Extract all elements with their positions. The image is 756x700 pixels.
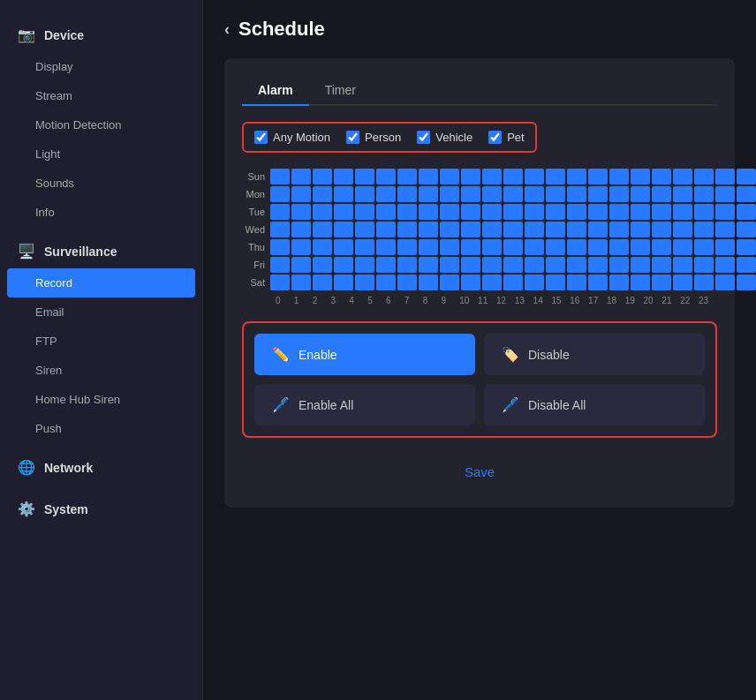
schedule-cell[interactable] xyxy=(652,239,671,255)
schedule-cell[interactable] xyxy=(376,204,396,220)
schedule-cell[interactable] xyxy=(673,186,692,202)
schedule-cell[interactable] xyxy=(715,222,735,237)
checkbox-person[interactable]: Person xyxy=(346,131,401,144)
save-button[interactable]: Save xyxy=(242,454,717,490)
schedule-cell[interactable] xyxy=(313,275,332,290)
schedule-cell[interactable] xyxy=(482,222,502,237)
schedule-cell[interactable] xyxy=(440,204,459,220)
schedule-cell[interactable] xyxy=(546,275,565,290)
schedule-cell[interactable] xyxy=(503,204,523,220)
schedule-cell[interactable] xyxy=(588,222,608,237)
schedule-cell[interactable] xyxy=(291,239,311,255)
schedule-cell[interactable] xyxy=(291,257,311,273)
schedule-cell[interactable] xyxy=(694,239,714,255)
schedule-cell[interactable] xyxy=(546,169,565,184)
schedule-cell[interactable] xyxy=(440,239,459,255)
schedule-cell[interactable] xyxy=(397,204,417,220)
schedule-cell[interactable] xyxy=(503,275,523,290)
schedule-cell[interactable] xyxy=(715,186,735,202)
schedule-cell[interactable] xyxy=(482,169,502,184)
schedule-cell[interactable] xyxy=(588,275,608,290)
schedule-cell[interactable] xyxy=(419,275,438,290)
schedule-cell[interactable] xyxy=(715,257,735,273)
schedule-cell[interactable] xyxy=(291,275,311,290)
checkbox-any-motion[interactable]: Any Motion xyxy=(254,131,330,144)
schedule-cell[interactable] xyxy=(334,222,353,237)
schedule-cell[interactable] xyxy=(313,169,332,184)
schedule-cell[interactable] xyxy=(270,186,290,202)
schedule-cell[interactable] xyxy=(503,222,523,237)
schedule-cell[interactable] xyxy=(419,186,438,202)
schedule-cell[interactable] xyxy=(546,239,565,255)
schedule-cell[interactable] xyxy=(673,239,692,255)
schedule-cell[interactable] xyxy=(567,222,586,237)
schedule-cell[interactable] xyxy=(313,186,332,202)
schedule-cell[interactable] xyxy=(546,222,565,237)
disable-button[interactable]: 🏷️ Disable xyxy=(484,334,705,375)
schedule-cell[interactable] xyxy=(334,239,353,255)
schedule-cell[interactable] xyxy=(376,169,396,184)
schedule-cell[interactable] xyxy=(715,169,735,184)
schedule-cell[interactable] xyxy=(567,186,586,202)
schedule-cell[interactable] xyxy=(270,222,290,237)
schedule-cell[interactable] xyxy=(652,222,671,237)
sidebar-item-display[interactable]: Display xyxy=(0,52,202,81)
schedule-cell[interactable] xyxy=(313,222,332,237)
schedule-cell[interactable] xyxy=(313,257,332,273)
schedule-cell[interactable] xyxy=(482,186,502,202)
schedule-cell[interactable] xyxy=(673,257,692,273)
sidebar-item-ftp[interactable]: FTP xyxy=(0,327,202,356)
schedule-cell[interactable] xyxy=(609,257,629,273)
schedule-cell[interactable] xyxy=(525,169,544,184)
sidebar-item-email[interactable]: Email xyxy=(0,297,202,327)
schedule-cell[interactable] xyxy=(440,257,459,273)
schedule-cell[interactable] xyxy=(737,222,756,237)
schedule-cell[interactable] xyxy=(694,204,714,220)
schedule-cell[interactable] xyxy=(419,204,438,220)
schedule-cell[interactable] xyxy=(461,204,480,220)
schedule-cell[interactable] xyxy=(355,257,374,273)
schedule-cell[interactable] xyxy=(631,275,650,290)
schedule-cell[interactable] xyxy=(503,186,523,202)
schedule-cell[interactable] xyxy=(609,169,629,184)
system-section-header[interactable]: ⚙️ System xyxy=(0,492,202,526)
sidebar-item-home-hub-siren[interactable]: Home Hub Siren xyxy=(0,385,202,414)
schedule-cell[interactable] xyxy=(694,169,714,184)
schedule-cell[interactable] xyxy=(355,222,374,237)
schedule-cell[interactable] xyxy=(270,204,290,220)
schedule-cell[interactable] xyxy=(715,239,735,255)
schedule-cell[interactable] xyxy=(567,257,586,273)
schedule-cell[interactable] xyxy=(737,275,756,290)
schedule-cell[interactable] xyxy=(440,222,459,237)
schedule-cell[interactable] xyxy=(737,257,756,273)
schedule-cell[interactable] xyxy=(503,169,523,184)
schedule-cell[interactable] xyxy=(652,204,671,220)
schedule-cell[interactable] xyxy=(525,186,544,202)
network-section-header[interactable]: 🌐 Network xyxy=(0,450,202,485)
schedule-cell[interactable] xyxy=(673,204,692,220)
schedule-cell[interactable] xyxy=(376,186,396,202)
schedule-cell[interactable] xyxy=(355,169,374,184)
schedule-cell[interactable] xyxy=(525,239,544,255)
schedule-cell[interactable] xyxy=(694,257,714,273)
schedule-cell[interactable] xyxy=(694,186,714,202)
schedule-cell[interactable] xyxy=(737,169,756,184)
schedule-cell[interactable] xyxy=(482,239,502,255)
schedule-cell[interactable] xyxy=(546,204,565,220)
sidebar-item-push[interactable]: Push xyxy=(0,414,202,443)
schedule-cell[interactable] xyxy=(525,222,544,237)
schedule-cell[interactable] xyxy=(461,169,480,184)
schedule-cell[interactable] xyxy=(270,169,290,184)
schedule-cell[interactable] xyxy=(631,204,650,220)
schedule-cell[interactable] xyxy=(715,204,735,220)
checkbox-vehicle[interactable]: Vehicle xyxy=(417,131,472,144)
schedule-cell[interactable] xyxy=(355,275,374,290)
schedule-cell[interactable] xyxy=(694,222,714,237)
schedule-cell[interactable] xyxy=(631,257,650,273)
schedule-cell[interactable] xyxy=(419,239,438,255)
schedule-cell[interactable] xyxy=(334,204,353,220)
schedule-cell[interactable] xyxy=(355,239,374,255)
schedule-cell[interactable] xyxy=(482,275,502,290)
schedule-cell[interactable] xyxy=(334,169,353,184)
schedule-cell[interactable] xyxy=(334,257,353,273)
